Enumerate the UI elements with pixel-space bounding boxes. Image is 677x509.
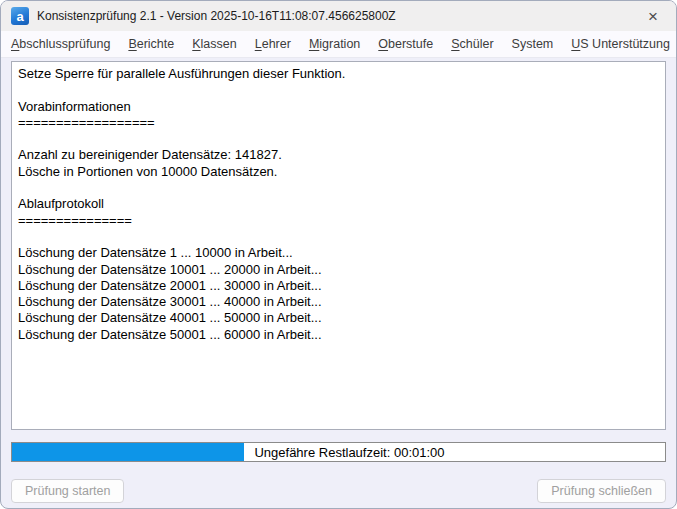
log-line: Löschung der Datensätze 40001 ... 50000 … <box>18 310 659 326</box>
log-line: Löschung der Datensätze 50001 ... 60000 … <box>18 327 659 343</box>
menu-item-us-unterst-tzung[interactable]: US Unterstützung <box>562 31 677 57</box>
content-area: Setze Sperre für parallele Ausführungen … <box>1 58 676 508</box>
menu-item-sch-ler[interactable]: Schüler <box>442 31 502 57</box>
log-line: Anzahl zu bereinigender Datensätze: 1418… <box>18 147 659 163</box>
menu-item-berichte[interactable]: Berichte <box>119 31 183 57</box>
log-line <box>18 131 659 147</box>
start-check-button[interactable]: Prüfung starten <box>11 479 124 503</box>
log-line <box>18 229 659 245</box>
log-area[interactable]: Setze Sperre für parallele Ausführungen … <box>11 61 666 430</box>
log-line: Löschung der Datensätze 30001 ... 40000 … <box>18 294 659 310</box>
title-bar: a Konsistenzprüfung 2.1 - Version 2025-1… <box>1 1 676 31</box>
log-line: Löschung der Datensätze 20001 ... 30000 … <box>18 278 659 294</box>
window-title: Konsistenzprüfung 2.1 - Version 2025-10-… <box>37 9 396 23</box>
app-icon: a <box>11 7 29 25</box>
log-line: Löschung der Datensätze 10001 ... 20000 … <box>18 262 659 278</box>
menu-item-system[interactable]: System <box>503 31 563 57</box>
app-window: a Konsistenzprüfung 2.1 - Version 2025-1… <box>0 0 677 509</box>
menu-item-klassen[interactable]: Klassen <box>183 31 245 57</box>
close-button[interactable]: × <box>630 1 676 31</box>
log-line: Ablaufprotokoll <box>18 196 659 212</box>
progress-label: Ungefähre Restlaufzeit: 00:01:00 <box>254 445 444 460</box>
log-line: ================== <box>18 115 659 131</box>
log-line: Setze Sperre für parallele Ausführungen … <box>18 66 659 82</box>
log-line: =============== <box>18 213 659 229</box>
menu-item-migration[interactable]: Migration <box>300 31 369 57</box>
log-line: Lösche in Portionen von 10000 Datensätze… <box>18 164 659 180</box>
menu-bar: AbschlussprüfungBerichteKlassenLehrerMig… <box>1 31 676 58</box>
menu-item-lehrer[interactable]: Lehrer <box>246 31 300 57</box>
close-check-button[interactable]: Prüfung schließen <box>537 479 666 503</box>
progress-bar: Ungefähre Restlaufzeit: 00:01:00 <box>11 442 666 462</box>
log-line <box>18 180 659 196</box>
menu-item-oberstufe[interactable]: Oberstufe <box>369 31 442 57</box>
menu-item-abschlusspr-fung[interactable]: Abschlussprüfung <box>2 31 119 57</box>
button-row: Prüfung starten Prüfung schließen <box>11 479 666 503</box>
log-line: Löschung der Datensätze 1 ... 10000 in A… <box>18 245 659 261</box>
log-line <box>18 82 659 98</box>
progress-fill <box>12 443 244 461</box>
log-line: Vorabinformationen <box>18 99 659 115</box>
